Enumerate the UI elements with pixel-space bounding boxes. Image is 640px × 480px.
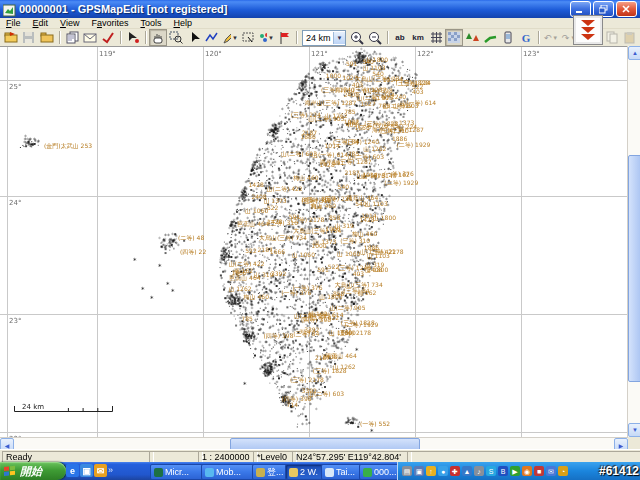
toolbar-separator xyxy=(387,31,388,44)
task-mobile01-browser-icon xyxy=(205,468,214,477)
toolbar-separator xyxy=(145,31,146,44)
verify-map-button[interactable] xyxy=(99,29,117,46)
save-button xyxy=(20,29,38,46)
polyline-tool-button[interactable] xyxy=(203,29,221,46)
task-mobile01-browser[interactable]: Mob... xyxy=(201,464,257,480)
map-canvas[interactable] xyxy=(0,47,628,438)
poi-filter-button[interactable] xyxy=(463,29,481,46)
open-map-button[interactable] xyxy=(2,29,20,46)
dither-button[interactable] xyxy=(445,29,463,46)
task-button-label: 2 W. xyxy=(300,467,318,477)
task-gpsmapedit-icon xyxy=(363,468,372,477)
map-area xyxy=(0,46,628,438)
waypoint-flag-button[interactable] xyxy=(275,29,293,46)
start-button[interactable]: 開始 xyxy=(0,462,66,480)
open-folder-button[interactable] xyxy=(38,29,56,46)
windows-logo-icon xyxy=(4,465,17,477)
update-tray-icon[interactable]: ↑ xyxy=(426,466,436,476)
skype-tray-icon[interactable]: S xyxy=(486,466,496,476)
combobox-dropdown-arrow-icon[interactable]: ▼ xyxy=(333,32,345,44)
system-tray: ▤▣↑●✚▲♪SB▶◉■✉◔ #61412 xyxy=(397,462,640,480)
map-properties-button[interactable] xyxy=(63,29,81,46)
toolbar-separator xyxy=(59,31,60,44)
undo-button: ↶▼ xyxy=(542,29,560,46)
title-bar[interactable]: 00000001 - GPSMapEdit [not registered] xyxy=(0,0,640,18)
vertical-scrollbar[interactable]: ▲ ▼ xyxy=(627,46,640,437)
taskbar: 開始 » e▣✉ Micr...Mob...登...2 W.▼Tai...000… xyxy=(0,462,640,480)
map-scale-combobox[interactable]: 24 km▼ xyxy=(302,30,346,46)
task-group-windows[interactable]: 2 W.▼ xyxy=(285,464,326,480)
select-tool-button[interactable] xyxy=(185,29,203,46)
task-app-icon xyxy=(256,468,265,477)
export-button[interactable] xyxy=(81,29,99,46)
firefox-tray-icon[interactable]: ◉ xyxy=(522,466,532,476)
menu-file[interactable]: File xyxy=(0,18,27,28)
window-title: 00000001 - GPSMapEdit [not registered] xyxy=(19,3,570,15)
toolbar: ▼▼24 km▼abkmG↶▼↷▼✂× xyxy=(0,29,640,47)
ie-quicklaunch-icon[interactable]: e xyxy=(66,464,79,477)
mail-quicklaunch-icon[interactable]: ✉ xyxy=(94,464,107,477)
menu-tools[interactable]: Tools xyxy=(134,18,167,28)
copy-button xyxy=(603,29,621,46)
msn-tray-icon[interactable]: ● xyxy=(438,466,448,476)
draw-tool-button[interactable]: ▼ xyxy=(221,29,239,46)
map-scale-value: 24 km xyxy=(303,33,333,43)
scrollbar-corner xyxy=(628,437,640,449)
menu-view[interactable]: View xyxy=(54,18,85,28)
scroll-up-button[interactable]: ▲ xyxy=(628,46,640,60)
task-button-label: Mob... xyxy=(216,467,241,477)
media-tray-icon[interactable]: ▶ xyxy=(510,466,520,476)
menu-favorites[interactable]: Favorites xyxy=(85,18,134,28)
start-label: 開始 xyxy=(20,464,42,479)
status-bar: Ready 1 : 2400000 *Level0 N24°57.295' E1… xyxy=(0,449,640,463)
clock-tray-icon[interactable]: ◔ xyxy=(558,466,568,476)
task-button-label: Micr... xyxy=(165,467,189,477)
app-icon xyxy=(3,3,16,16)
menu-help[interactable]: Help xyxy=(167,18,198,28)
menu-edit[interactable]: Edit xyxy=(27,18,55,28)
toolbar-separator xyxy=(120,31,121,44)
gps-device-button[interactable] xyxy=(499,29,517,46)
network-tray-icon[interactable]: ▲ xyxy=(462,466,472,476)
security-tray-icon[interactable]: ✚ xyxy=(450,466,460,476)
select-objects-button[interactable] xyxy=(239,29,257,46)
defender-tray-icon[interactable]: ■ xyxy=(534,466,544,476)
zoom-rect-button[interactable] xyxy=(167,29,185,46)
pointer-tool-button[interactable] xyxy=(124,29,142,46)
insert-poi-button[interactable]: ▼ xyxy=(257,29,275,46)
forum-watermark: #61412 xyxy=(599,464,639,478)
zoom-out-button[interactable] xyxy=(366,29,384,46)
bt-tray-icon[interactable]: B xyxy=(498,466,508,476)
triple-chevron-down-icon xyxy=(579,19,597,41)
toolbar-separator xyxy=(296,31,297,44)
desktop-quicklaunch-icon[interactable]: ▣ xyxy=(80,464,93,477)
roads-button[interactable] xyxy=(481,29,499,46)
task-button-label: 登... xyxy=(267,466,284,479)
display-tray-icon[interactable]: ▣ xyxy=(414,466,424,476)
paste-button xyxy=(621,29,639,46)
grid-button[interactable] xyxy=(427,29,445,46)
task-button-label: 000... xyxy=(374,467,397,477)
gpsmapedit-window: 00000001 - GPSMapEdit [not registered] F… xyxy=(0,0,640,480)
task-microsoft-excel-icon xyxy=(154,468,163,477)
task-microsoft-excel[interactable]: Micr... xyxy=(150,464,206,480)
mail-tray-icon[interactable]: ✉ xyxy=(546,466,556,476)
task-button-label: Tai... xyxy=(336,467,355,477)
download-overlay-icon[interactable] xyxy=(573,15,603,45)
google-maps-button[interactable]: G xyxy=(517,29,535,46)
vertical-scroll-thumb[interactable] xyxy=(628,155,640,382)
printer-tray-icon[interactable]: ▤ xyxy=(402,466,412,476)
labels-button[interactable]: ab xyxy=(391,29,409,46)
scroll-down-button[interactable]: ▼ xyxy=(628,423,640,437)
pan-tool-button[interactable] xyxy=(149,29,167,46)
task-text-file-icon xyxy=(325,468,334,477)
close-button[interactable] xyxy=(616,1,637,17)
audio-tray-icon[interactable]: ♪ xyxy=(474,466,484,476)
zoom-in-button[interactable] xyxy=(348,29,366,46)
menu-bar: FileEditViewFavoritesToolsHelp xyxy=(0,18,640,29)
task-text-file[interactable]: Tai... xyxy=(321,464,364,480)
task-group-windows-icon xyxy=(289,468,298,477)
km-grid-button[interactable]: km xyxy=(409,29,427,46)
task-gpsmapedit[interactable]: 000... xyxy=(359,464,402,480)
quicklaunch-overflow-chevron[interactable]: » xyxy=(108,465,113,475)
